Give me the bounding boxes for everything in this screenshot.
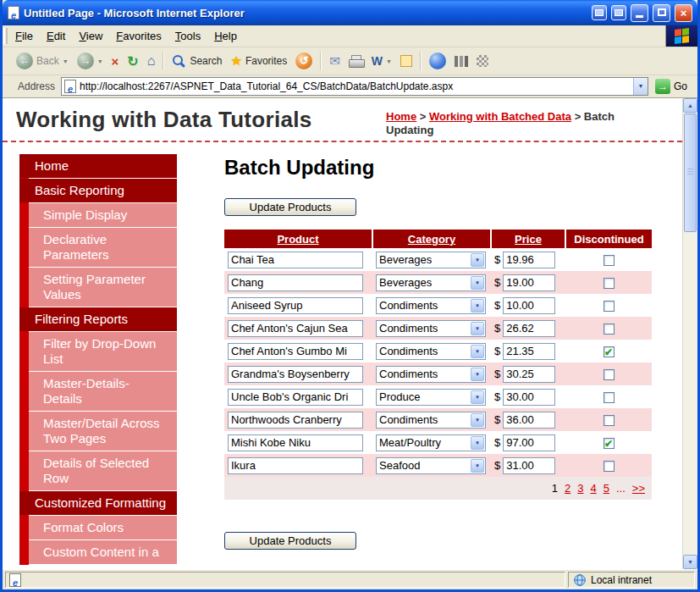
sidebar-item[interactable]: Format Colors xyxy=(29,516,177,539)
menu-edit[interactable]: Edit xyxy=(40,25,72,47)
dropdown-arrow-icon[interactable]: ▼ xyxy=(471,253,484,267)
go-button[interactable]: → Go xyxy=(653,79,694,94)
price-input[interactable] xyxy=(503,343,555,360)
pager-page-link[interactable]: 3 xyxy=(577,482,583,495)
category-select[interactable]: Meat/Poultry▼ xyxy=(376,434,486,451)
research-button[interactable] xyxy=(473,53,492,69)
forward-dropdown-icon[interactable]: ▼ xyxy=(97,58,103,64)
category-select[interactable]: Produce▼ xyxy=(376,389,486,406)
update-products-button-bottom[interactable]: Update Products xyxy=(224,532,356,550)
pager-page-link[interactable]: 2 xyxy=(565,482,570,495)
discontinued-checkbox[interactable] xyxy=(604,369,615,380)
scroll-down-button[interactable]: ▼ xyxy=(683,555,697,569)
discontinued-checkbox[interactable] xyxy=(604,461,615,472)
toolbar-grip[interactable] xyxy=(3,28,8,44)
menu-view[interactable]: View xyxy=(72,25,109,47)
sidebar-item[interactable]: Details of Selected Row xyxy=(29,451,177,490)
product-input[interactable] xyxy=(228,343,363,360)
sidebar-item[interactable]: Setting Parameter Values xyxy=(29,268,177,307)
address-url[interactable]: http://localhost:2267/ASPNET_Data_Tutori… xyxy=(76,80,633,92)
price-input[interactable] xyxy=(503,366,555,383)
search-button[interactable]: Search xyxy=(168,52,225,71)
edit-button[interactable] xyxy=(397,53,416,69)
sidebar-item[interactable]: Home xyxy=(19,154,177,178)
close-button[interactable]: × xyxy=(675,4,692,22)
dropdown-arrow-icon[interactable]: ▼ xyxy=(471,368,484,381)
scroll-thumb[interactable] xyxy=(684,113,697,232)
category-select[interactable]: Condiments▼ xyxy=(376,320,486,337)
product-input[interactable] xyxy=(228,274,363,291)
category-select[interactable]: Condiments▼ xyxy=(376,343,486,360)
update-products-button-top[interactable]: Update Products xyxy=(224,198,356,216)
sidebar-item[interactable]: Declarative Parameters xyxy=(29,228,177,267)
minimize-button[interactable] xyxy=(631,4,648,22)
discontinued-checkbox[interactable] xyxy=(604,255,615,266)
discontinued-checkbox[interactable]: ✔ xyxy=(604,346,615,357)
price-input[interactable] xyxy=(503,434,555,451)
column-header-price[interactable]: Price xyxy=(491,230,565,248)
column-header-product[interactable]: Product xyxy=(224,230,372,248)
messenger-button[interactable] xyxy=(426,50,449,72)
product-input[interactable] xyxy=(228,297,363,314)
product-input[interactable] xyxy=(228,389,363,406)
favorites-button[interactable]: ★ Favorites xyxy=(227,51,290,71)
vertical-scrollbar[interactable]: ▲ ▼ xyxy=(682,98,697,569)
sidebar-item[interactable]: Master-Details-Details xyxy=(29,372,177,411)
sidebar-item[interactable]: Simple Display xyxy=(29,203,177,227)
refresh-button[interactable]: ↻ xyxy=(124,51,141,72)
breadcrumb-link[interactable]: Home xyxy=(386,110,416,123)
back-button[interactable]: ← Back ▼ xyxy=(13,50,72,72)
discontinued-checkbox[interactable] xyxy=(604,415,615,426)
price-input[interactable] xyxy=(503,320,555,337)
pager-next-link[interactable]: >> xyxy=(632,482,645,495)
column-header-category[interactable]: Category xyxy=(372,230,491,248)
menu-help[interactable]: Help xyxy=(207,25,244,47)
sidebar-item[interactable]: Basic Reporting xyxy=(19,179,177,202)
product-input[interactable] xyxy=(228,434,363,451)
category-select[interactable]: Beverages▼ xyxy=(376,252,486,268)
address-field[interactable]: http://localhost:2267/ASPNET_Data_Tutori… xyxy=(61,77,648,96)
product-input[interactable] xyxy=(228,320,363,337)
history-button[interactable]: ↺ xyxy=(292,50,316,72)
scroll-up-button[interactable]: ▲ xyxy=(683,98,697,113)
titlebar-extra-button-2[interactable] xyxy=(611,5,626,20)
category-select[interactable]: Beverages▼ xyxy=(376,274,486,291)
price-input[interactable] xyxy=(503,412,555,429)
menu-tools[interactable]: Tools xyxy=(168,25,207,47)
menu-file[interactable]: File xyxy=(8,25,40,47)
dropdown-arrow-icon[interactable]: ▼ xyxy=(471,299,484,313)
sort-link[interactable]: Category xyxy=(408,233,455,246)
sidebar-item[interactable]: Master/Detail Across Two Pages xyxy=(29,412,177,451)
dropdown-arrow-icon[interactable]: ▼ xyxy=(471,459,484,473)
dropdown-arrow-icon[interactable]: ▼ xyxy=(471,345,484,358)
category-select[interactable]: Condiments▼ xyxy=(376,412,486,429)
menu-favorites[interactable]: Favorites xyxy=(109,25,168,47)
sort-link[interactable]: Product xyxy=(277,233,318,246)
dropdown-arrow-icon[interactable]: ▼ xyxy=(471,436,484,450)
price-input[interactable] xyxy=(503,389,555,406)
product-input[interactable] xyxy=(228,457,363,474)
titlebar[interactable]: Untitled Page - Microsoft Internet Explo… xyxy=(3,0,697,25)
discontinued-checkbox[interactable] xyxy=(604,392,615,403)
price-input[interactable] xyxy=(503,274,555,291)
product-input[interactable] xyxy=(228,412,363,429)
sidebar-item[interactable]: Filtering Reports xyxy=(19,307,177,331)
dropdown-arrow-icon[interactable]: ▼ xyxy=(471,413,484,427)
discuss-button[interactable] xyxy=(451,53,471,69)
sidebar-item[interactable]: Custom Content in a xyxy=(29,540,177,564)
price-input[interactable] xyxy=(503,457,555,474)
category-select[interactable]: Condiments▼ xyxy=(376,366,486,383)
dropdown-arrow-icon[interactable]: ▼ xyxy=(471,276,484,290)
discontinued-checkbox[interactable] xyxy=(604,301,615,312)
dropdown-arrow-icon[interactable]: ▼ xyxy=(471,322,484,335)
product-input[interactable] xyxy=(228,252,363,268)
discontinued-checkbox[interactable]: ✔ xyxy=(604,438,615,449)
category-select[interactable]: Seafood▼ xyxy=(376,457,486,474)
price-input[interactable] xyxy=(503,297,555,314)
breadcrumb-link[interactable]: Working with Batched Data xyxy=(429,110,571,123)
pager-page-link[interactable]: 5 xyxy=(604,482,609,495)
mail-button[interactable]: ✉ xyxy=(326,51,344,71)
forward-button[interactable]: → ▼ xyxy=(74,50,107,72)
address-dropdown-button[interactable]: ▼ xyxy=(633,78,648,95)
sidebar-item[interactable]: Filter by Drop-Down List xyxy=(29,332,177,371)
